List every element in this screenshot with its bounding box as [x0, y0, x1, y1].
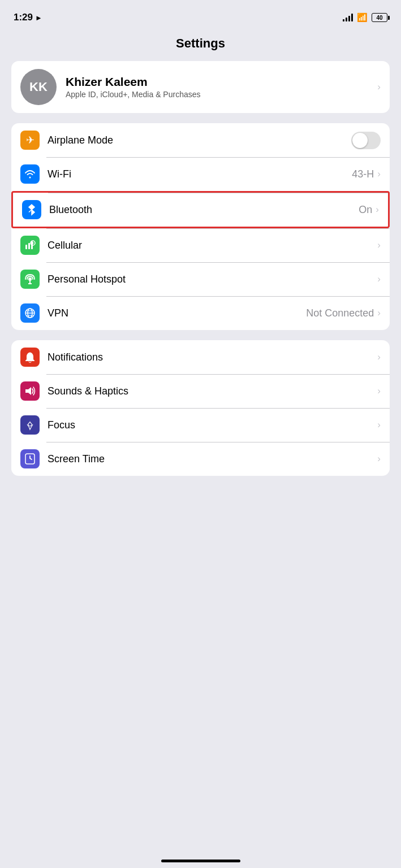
settings-row-focus[interactable]: Focus ›: [11, 408, 390, 442]
sounds-haptics-icon: [20, 381, 40, 401]
settings-row-wifi[interactable]: Wi-Fi 43-H ›: [11, 157, 390, 191]
airplane-mode-toggle[interactable]: [351, 132, 381, 149]
notifications-icon: [20, 348, 40, 367]
settings-row-bluetooth[interactable]: Bluetooth On ›: [11, 191, 390, 228]
profile-card[interactable]: KK Khizer Kaleem Apple ID, iCloud+, Medi…: [11, 61, 390, 113]
svg-rect-1: [25, 245, 27, 249]
personal-hotspot-chevron-icon: ›: [377, 274, 381, 285]
settings-row-cellular[interactable]: Cellular ›: [11, 228, 390, 262]
screen-time-icon: [20, 449, 40, 468]
wifi-settings-icon: [20, 164, 40, 184]
status-time: 1:29 ►: [14, 12, 42, 23]
settings-row-vpn[interactable]: VPN Not Connected ›: [11, 296, 390, 330]
wifi-chevron-icon: ›: [377, 168, 381, 180]
screen-time-chevron-icon: ›: [377, 453, 381, 465]
battery-icon: 40: [372, 13, 387, 22]
bluetooth-label: Bluetooth: [49, 204, 359, 216]
screen-time-label: Screen Time: [48, 453, 377, 465]
settings-row-sounds-haptics[interactable]: Sounds & Haptics ›: [11, 374, 390, 408]
page-title: Settings: [0, 31, 401, 61]
focus-icon: [20, 415, 40, 435]
avatar: KK: [20, 69, 57, 105]
profile-chevron-icon: ›: [377, 81, 381, 93]
bluetooth-icon: [22, 200, 41, 219]
wifi-label: Wi-Fi: [48, 168, 352, 180]
sounds-haptics-label: Sounds & Haptics: [48, 385, 377, 397]
svg-point-6: [28, 277, 32, 281]
bluetooth-chevron-icon: ›: [376, 204, 379, 215]
signal-bars-icon: [343, 14, 353, 21]
bluetooth-value: On: [359, 204, 372, 216]
home-indicator: [161, 860, 240, 862]
settings-row-personal-hotspot[interactable]: Personal Hotspot ›: [11, 262, 390, 296]
notifications-chevron-icon: ›: [377, 351, 381, 363]
system-settings-card: Notifications › Sounds & Haptics › Focus…: [11, 340, 390, 476]
sounds-haptics-chevron-icon: ›: [377, 385, 381, 397]
vpn-label: VPN: [48, 307, 306, 319]
vpn-chevron-icon: ›: [377, 307, 381, 319]
network-settings-card: ✈ Airplane Mode Wi-Fi 43-H › Bluetooth O…: [11, 123, 390, 330]
profile-row[interactable]: KK Khizer Kaleem Apple ID, iCloud+, Medi…: [11, 61, 390, 113]
time-display: 1:29: [14, 12, 33, 23]
settings-row-airplane-mode[interactable]: ✈ Airplane Mode: [11, 123, 390, 157]
vpn-value: Not Connected: [306, 307, 374, 319]
profile-subtitle: Apple ID, iCloud+, Media & Purchases: [66, 90, 368, 99]
airplane-mode-label: Airplane Mode: [48, 134, 351, 146]
cellular-label: Cellular: [48, 240, 377, 251]
wifi-value: 43-H: [352, 168, 374, 180]
status-bar: 1:29 ► 📶 40: [0, 0, 401, 31]
settings-row-screen-time[interactable]: Screen Time ›: [11, 442, 390, 476]
vpn-icon: [20, 303, 40, 323]
personal-hotspot-icon: [20, 270, 40, 289]
focus-label: Focus: [48, 419, 377, 431]
profile-info: Khizer Kaleem Apple ID, iCloud+, Media &…: [66, 75, 368, 99]
personal-hotspot-label: Personal Hotspot: [48, 274, 377, 285]
location-arrow-icon: ►: [35, 14, 42, 22]
focus-chevron-icon: ›: [377, 419, 381, 431]
wifi-icon: 📶: [357, 12, 368, 23]
status-icons: 📶 40: [343, 12, 387, 23]
svg-marker-14: [25, 387, 31, 395]
profile-name: Khizer Kaleem: [66, 75, 368, 89]
toggle-knob: [352, 133, 368, 148]
settings-row-notifications[interactable]: Notifications ›: [11, 340, 390, 374]
cellular-chevron-icon: ›: [377, 240, 381, 251]
airplane-mode-icon: ✈: [20, 131, 40, 150]
battery-level: 40: [376, 15, 382, 21]
svg-rect-2: [28, 243, 30, 249]
svg-point-5: [32, 242, 34, 244]
notifications-label: Notifications: [48, 351, 377, 363]
cellular-icon: [20, 236, 40, 255]
svg-point-15: [28, 423, 32, 426]
